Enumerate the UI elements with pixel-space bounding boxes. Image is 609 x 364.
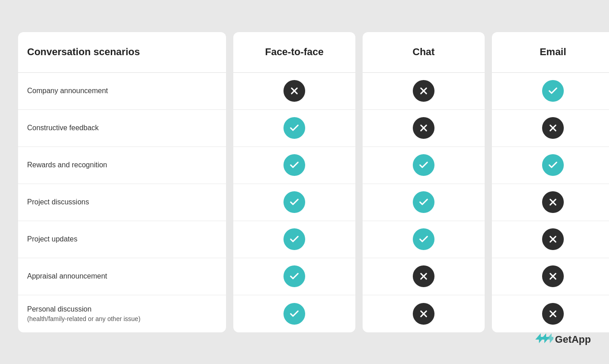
chat-cell-5 <box>363 258 485 295</box>
main-container: Conversation scenariosCompany announceme… <box>9 23 600 341</box>
face-cell-3 <box>233 184 355 221</box>
email-cell-1 <box>492 110 609 147</box>
face-cell-0 <box>233 73 355 110</box>
icon-check <box>542 154 564 176</box>
scenario-cell-0: Company announcement <box>18 73 226 110</box>
email-cell-2 <box>492 147 609 184</box>
branding-area: GetApp <box>535 333 591 346</box>
face-cell-2 <box>233 147 355 184</box>
chat-header: Chat <box>363 32 485 73</box>
icon-cross <box>542 228 564 250</box>
chat-column: Chat <box>363 32 485 332</box>
chat-cell-6 <box>363 295 485 332</box>
face-cell-6 <box>233 295 355 332</box>
icon-check <box>283 154 305 176</box>
icon-cross <box>542 191 564 213</box>
brand-name: GetApp <box>555 334 591 345</box>
scenarios-header: Conversation scenarios <box>18 32 226 73</box>
face-cell-1 <box>233 110 355 147</box>
icon-cross <box>413 80 434 102</box>
scenario-text: Company announcement <box>27 87 108 95</box>
email-header: Email <box>492 32 609 73</box>
icon-cross <box>542 303 564 325</box>
scenario-text: Personal discussion <box>27 305 91 313</box>
icon-check <box>283 265 305 287</box>
scenario-cell-1: Constructive feedback <box>18 110 226 147</box>
icon-cross <box>413 303 434 325</box>
icon-cross <box>413 117 434 139</box>
scenario-cell-2: Rewards and recognition <box>18 147 226 184</box>
chat-cell-0 <box>363 73 485 110</box>
scenario-text: Appraisal announcement <box>27 272 107 280</box>
icon-check <box>413 228 434 250</box>
icon-check <box>542 80 564 102</box>
face-cell-4 <box>233 221 355 258</box>
icon-cross <box>542 117 564 139</box>
icon-check <box>413 154 434 176</box>
email-cell-6 <box>492 295 609 332</box>
comparison-table: Conversation scenariosCompany announceme… <box>18 32 591 332</box>
icon-cross <box>283 80 305 102</box>
scenario-cell-5: Appraisal announcement <box>18 258 226 295</box>
scenario-cell-4: Project updates <box>18 221 226 258</box>
brand-logo: GetApp <box>535 333 591 346</box>
icon-check <box>413 191 434 213</box>
icon-check <box>283 303 305 325</box>
face-column: Face-to-face <box>233 32 355 332</box>
icon-cross <box>542 265 564 287</box>
scenario-text: Project discussions <box>27 198 89 206</box>
face-header: Face-to-face <box>233 32 355 73</box>
icon-cross <box>413 265 434 287</box>
email-cell-3 <box>492 184 609 221</box>
face-cell-5 <box>233 258 355 295</box>
icon-check <box>283 117 305 139</box>
scenario-cell-6: Personal discussion(health/family-relate… <box>18 295 226 332</box>
scenarios-column: Conversation scenariosCompany announceme… <box>18 32 226 332</box>
scenario-text: Project updates <box>27 235 77 243</box>
scenario-sub: (health/family-related or any other issu… <box>27 315 141 322</box>
email-cell-4 <box>492 221 609 258</box>
scenario-cell-3: Project discussions <box>18 184 226 221</box>
chat-cell-2 <box>363 147 485 184</box>
icon-check <box>283 228 305 250</box>
brand-icon <box>535 333 553 346</box>
chat-cell-3 <box>363 184 485 221</box>
scenario-text: Rewards and recognition <box>27 161 107 169</box>
email-cell-5 <box>492 258 609 295</box>
chat-cell-4 <box>363 221 485 258</box>
email-column: Email <box>492 32 609 332</box>
email-cell-0 <box>492 73 609 110</box>
scenario-text: Constructive feedback <box>27 124 99 132</box>
icon-check <box>283 191 305 213</box>
chat-cell-1 <box>363 110 485 147</box>
